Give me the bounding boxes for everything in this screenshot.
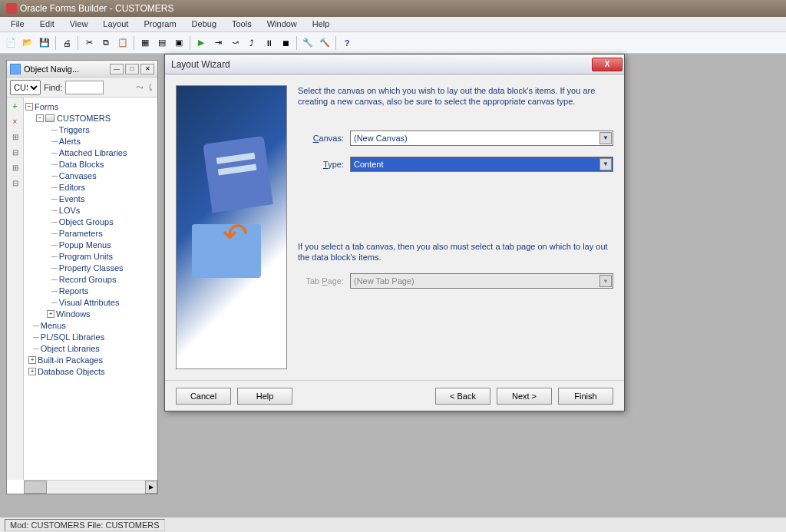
next-button[interactable]: Next > (497, 388, 552, 405)
expand-toggle[interactable]: + (28, 356, 36, 364)
navigator-sidebar: + × ⊞ ⊟ ⊞ ⊟ (7, 97, 24, 480)
tree-item[interactable]: Windows (56, 309, 91, 319)
find-input[interactable] (65, 81, 104, 94)
navigator-title: Object Navig... (24, 64, 79, 74)
navigator-tree[interactable]: −Forms −CUSTOMERS ─Triggers ─Alerts ─Att… (24, 97, 157, 480)
expand-toggle[interactable]: − (36, 114, 44, 122)
step-over-icon[interactable]: ⤻ (227, 35, 243, 51)
chevron-down-icon[interactable]: ▼ (599, 158, 612, 170)
navigator-titlebar[interactable]: Object Navig... — □ ✕ (7, 61, 157, 78)
back-button[interactable]: < Back (435, 388, 490, 405)
navigator-hscroll[interactable]: ▶ (24, 480, 157, 494)
tree-item[interactable]: Object Libraries (41, 344, 100, 353)
tree-item[interactable]: Popup Menus (59, 240, 111, 249)
tree-item[interactable]: Program Units (59, 252, 113, 261)
expand-icon[interactable]: ⊞ (10, 131, 21, 142)
tree-item[interactable]: Parameters (59, 229, 103, 238)
menu-help[interactable]: Help (305, 17, 338, 31)
menu-layout[interactable]: Layout (95, 17, 136, 31)
find-next-icon[interactable]: ⤳ (136, 82, 144, 93)
tree-item[interactable]: Alerts (59, 137, 81, 146)
create-icon[interactable]: + (10, 101, 21, 111)
app-icon (6, 3, 17, 14)
copy-icon[interactable]: ⧉ (98, 35, 114, 51)
collapse-all-icon[interactable]: ⊟ (10, 177, 21, 188)
wizard-titlebar[interactable]: Layout Wizard X (165, 55, 624, 74)
wizard-close-button[interactable]: X (592, 58, 623, 71)
tree-item[interactable]: LOVs (59, 206, 81, 215)
cut-icon[interactable]: ✂ (81, 35, 97, 51)
step-out-icon[interactable]: ⤴ (244, 35, 259, 51)
tree-forms[interactable]: Forms (35, 102, 58, 111)
help-icon[interactable]: ? (339, 35, 355, 51)
canvas-combo[interactable]: (New Canvas) ▼ (350, 131, 613, 146)
close-icon[interactable]: ✕ (140, 64, 154, 74)
tree-item[interactable]: Object Groups (59, 217, 114, 226)
tree-item[interactable]: Built-in Packages (38, 355, 103, 365)
navigator-combo[interactable]: CUS (10, 80, 41, 95)
expand-toggle[interactable]: + (47, 310, 54, 318)
save-icon[interactable]: 💾 (37, 35, 52, 51)
menu-view[interactable]: View (62, 17, 96, 31)
menu-edit[interactable]: Edit (32, 17, 62, 31)
paste-icon[interactable]: 📋 (115, 35, 130, 51)
wizard-buttons: Cancel Help < Back Next > Finish (165, 380, 624, 411)
menu-program[interactable]: Program (136, 17, 183, 31)
tree-item[interactable]: Editors (59, 183, 85, 192)
layout-icon[interactable]: ▤ (154, 35, 170, 51)
find-label: Find: (44, 83, 62, 92)
tree-item[interactable]: Reports (59, 286, 89, 296)
help-button[interactable]: Help (237, 388, 292, 405)
debug1-icon[interactable]: 🔧 (300, 35, 315, 51)
tree-item[interactable]: Events (59, 194, 85, 203)
tree-item[interactable]: PL/SQL Libraries (41, 332, 104, 342)
tree-item[interactable]: Attached Libraries (59, 148, 127, 157)
menu-window[interactable]: Window (259, 17, 305, 31)
maximize-icon[interactable]: □ (125, 64, 139, 74)
layout-wizard-dialog: Layout Wizard X Select the canvas on whi… (164, 54, 625, 411)
chevron-down-icon[interactable]: ▼ (599, 132, 612, 144)
tree-item[interactable]: Menus (41, 321, 66, 330)
wizard-body: Select the canvas on which you wish to l… (165, 74, 624, 380)
scroll-right-icon[interactable]: ▶ (145, 481, 157, 494)
print-icon[interactable]: 🖨 (59, 35, 74, 51)
menu-tools[interactable]: Tools (224, 17, 259, 31)
tree-item[interactable]: Database Objects (38, 367, 104, 376)
expand-all-icon[interactable]: ⊞ (10, 162, 21, 173)
minimize-icon[interactable]: — (110, 64, 124, 74)
step-into-icon[interactable]: ⇥ (210, 35, 226, 51)
debug2-icon[interactable]: 🔨 (317, 35, 332, 51)
wizard-note: If you select a tab canvas, then you als… (298, 241, 613, 263)
wizard-icon[interactable]: ▦ (137, 35, 153, 51)
block-icon[interactable]: ▣ (171, 35, 187, 51)
menu-debug[interactable]: Debug (184, 17, 224, 31)
tree-item[interactable]: Property Classes (59, 263, 124, 273)
tree-item[interactable]: Data Blocks (59, 160, 104, 169)
delete-icon[interactable]: × (10, 116, 21, 127)
expand-toggle[interactable]: − (25, 103, 33, 111)
chevron-down-icon: ▼ (599, 275, 612, 287)
collapse-icon[interactable]: ⊟ (10, 147, 21, 157)
scroll-thumb[interactable] (24, 481, 47, 494)
finish-button[interactable]: Finish (558, 388, 613, 405)
find-prev-icon[interactable]: ⤹ (147, 82, 154, 93)
tree-item[interactable]: Triggers (59, 125, 90, 134)
wizard-content: Select the canvas on which you wish to l… (298, 85, 613, 369)
new-icon[interactable]: 📄 (3, 35, 18, 51)
tree-item[interactable]: Canvases (59, 171, 97, 180)
run-icon[interactable]: ▶ (193, 35, 209, 51)
pause-icon[interactable]: ⏸ (261, 35, 276, 51)
cancel-button[interactable]: Cancel (176, 388, 231, 405)
status-text: Mod: CUSTOMERS File: CUSTOMERS (5, 519, 165, 531)
tree-item[interactable]: Record Groups (59, 275, 117, 284)
type-combo[interactable]: Content ▼ (350, 157, 613, 172)
tree-item[interactable]: Visual Attributes (59, 298, 120, 307)
stop-icon[interactable]: ⏹ (278, 35, 293, 51)
wizard-illustration (176, 85, 287, 369)
menu-file[interactable]: File (3, 17, 32, 31)
expand-toggle[interactable]: + (28, 368, 36, 375)
open-icon[interactable]: 📂 (20, 35, 35, 51)
workspace: Object Navig... — □ ✕ CUS Find: ⤳ ⤹ + × … (0, 54, 786, 517)
type-label: Type: (298, 160, 350, 169)
tree-module[interactable]: CUSTOMERS (57, 114, 111, 123)
